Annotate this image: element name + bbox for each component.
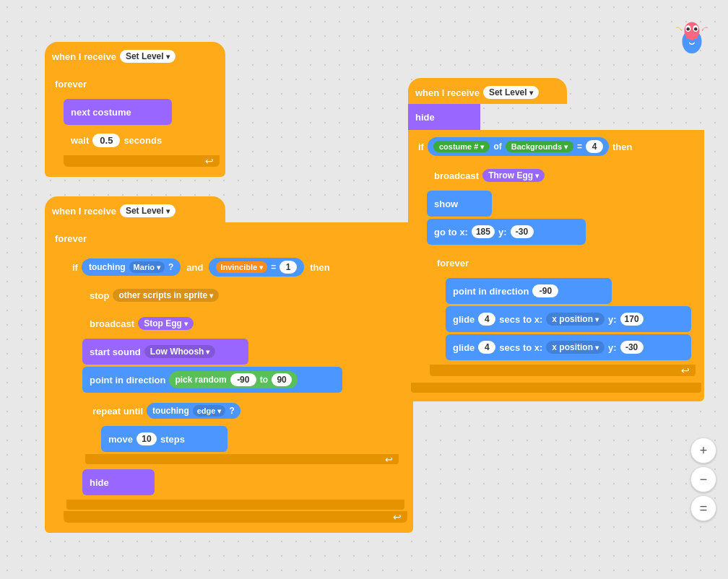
when-receive-block-3[interactable]: when I receive Set Level <box>408 78 567 104</box>
y2-value[interactable]: -30 <box>620 341 644 354</box>
stop-egg-dropdown[interactable]: Stop Egg <box>138 317 194 330</box>
if-block[interactable]: if touching Mario ? and Invincible = 1 <box>66 254 399 280</box>
forever-block-2[interactable]: forever <box>48 225 178 251</box>
glide2-secs[interactable]: 4 <box>478 341 495 354</box>
svg-point-5 <box>694 27 698 31</box>
when-label-1: when I receive <box>52 51 116 62</box>
y-value[interactable]: -30 <box>511 225 534 238</box>
svg-point-4 <box>687 27 690 31</box>
block-group-1: when I receive Set Level forever next co… <box>45 42 225 177</box>
direction-value[interactable]: -90 <box>532 284 558 297</box>
point-direction-block[interactable]: point in direction pick random -90 to 90 <box>82 367 342 393</box>
throw-egg-dropdown[interactable]: Throw Egg <box>482 169 545 182</box>
mario-dropdown[interactable]: Mario <box>129 261 165 273</box>
block-group-3: when I receive Set Level hide if costume… <box>408 78 704 401</box>
move-block[interactable]: move 10 steps <box>101 426 228 452</box>
zoom-controls: + − = <box>690 437 716 521</box>
zoom-out-button[interactable]: − <box>690 466 716 492</box>
scratch-canvas: when I receive Set Level forever next co… <box>0 0 728 579</box>
next-costume-block[interactable]: next costume <box>64 99 172 125</box>
forever-block-1[interactable]: forever <box>48 71 170 97</box>
y1-value[interactable]: 170 <box>620 313 644 326</box>
bird-logo <box>670 14 714 58</box>
if-block-3[interactable]: if costume # of Backgrounds = 4 then <box>411 133 700 160</box>
point-direction-block-3[interactable]: point in direction -90 <box>446 278 612 304</box>
when-receive-block-2[interactable]: when I receive Set Level <box>45 196 225 222</box>
costume-value[interactable]: 4 <box>586 140 603 153</box>
block-group-2: when I receive Set Level forever if touc… <box>45 196 413 533</box>
set-level-dropdown-1[interactable]: Set Level <box>120 50 176 63</box>
when-receive-block-1[interactable]: when I receive Set Level <box>45 42 225 68</box>
invincible-dropdown[interactable]: Invincible <box>216 261 267 273</box>
backgrounds-dropdown[interactable]: Backgrounds <box>506 141 573 152</box>
set-level-dropdown-3[interactable]: Set Level <box>483 86 539 99</box>
random-to[interactable]: 90 <box>272 373 292 386</box>
hide-block-1[interactable]: hide <box>82 469 155 495</box>
glide-block-2[interactable]: glide 4 secs to x: x position y: -30 <box>446 334 691 360</box>
xpos1-dropdown[interactable]: x position <box>546 313 604 326</box>
invincible-value[interactable]: 1 <box>280 261 297 274</box>
costume-dropdown[interactable]: costume # <box>433 141 490 152</box>
zoom-reset-button[interactable]: = <box>690 495 716 521</box>
goto-block[interactable]: go to x: 185 y: -30 <box>427 219 586 245</box>
low-whoosh-dropdown[interactable]: Low Whoosh <box>144 345 216 358</box>
forever-block-3[interactable]: forever <box>430 250 556 276</box>
set-level-dropdown-2[interactable]: Set Level <box>120 204 176 217</box>
forever-label-1: forever <box>55 79 87 90</box>
broadcast-stop-egg-block[interactable]: broadcast Stop Egg <box>82 310 241 336</box>
stop-dropdown[interactable]: other scripts in sprite <box>113 289 219 302</box>
x-value[interactable]: 185 <box>472 225 495 238</box>
wait-value[interactable]: 0.5 <box>92 134 120 147</box>
stop-block[interactable]: stop other scripts in sprite <box>82 282 306 308</box>
xpos2-dropdown[interactable]: x position <box>546 341 604 354</box>
wait-block[interactable]: wait 0.5 seconds <box>64 127 201 153</box>
broadcast-throw-egg-block[interactable]: broadcast Throw Egg <box>427 162 582 188</box>
random-from[interactable]: -90 <box>230 373 256 386</box>
zoom-in-button[interactable]: + <box>690 437 716 463</box>
edge-dropdown[interactable]: edge <box>193 405 226 417</box>
show-block[interactable]: show <box>427 191 492 217</box>
glide-block-1[interactable]: glide 4 secs to x: x position y: 170 <box>446 306 691 332</box>
hide-block-3[interactable]: hide <box>408 104 480 130</box>
move-value[interactable]: 10 <box>136 432 157 445</box>
repeat-until-block[interactable]: repeat until touching edge ? <box>85 398 280 424</box>
start-sound-block[interactable]: start sound Low Whoosh <box>82 339 248 365</box>
glide1-secs[interactable]: 4 <box>478 313 495 326</box>
